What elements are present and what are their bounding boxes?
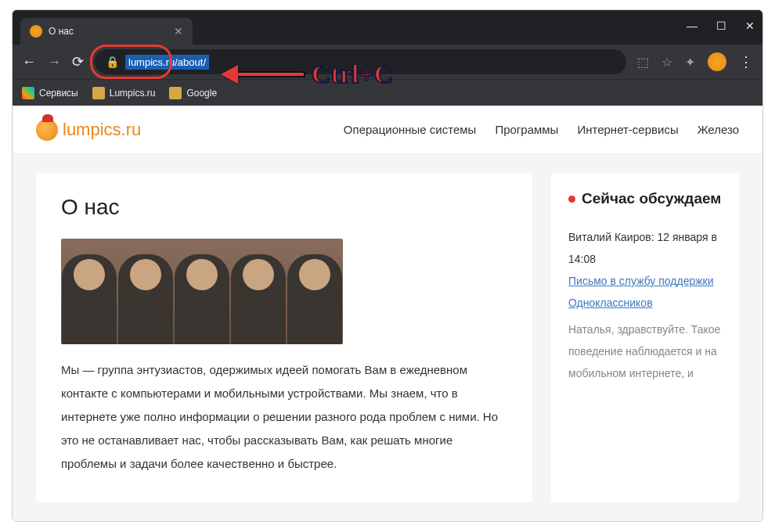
live-dot-icon — [568, 196, 575, 203]
site-header: lumpics.ru Операционные системы Программ… — [13, 106, 762, 154]
article-body: Мы — группа энтузиастов, одержимых идеей… — [61, 358, 507, 476]
comment-link[interactable]: Письмо в службу поддержки Одноклассников — [568, 270, 722, 314]
favicon-icon — [30, 25, 42, 38]
titlebar: О нас ✕ — ☐ ✕ — [13, 10, 762, 45]
reload-icon[interactable]: ⟳ — [72, 53, 84, 70]
nav-os[interactable]: Операционные системы — [344, 123, 477, 136]
apps-icon — [22, 87, 34, 99]
minimize-icon[interactable]: — — [687, 20, 698, 32]
logo-text: lumpics.ru — [63, 120, 141, 140]
site-logo[interactable]: lumpics.ru — [36, 119, 141, 141]
lock-icon: 🔒 — [106, 56, 119, 68]
tab-title: О нас — [49, 26, 168, 37]
logo-icon — [36, 119, 58, 141]
toolbar: ← → ⟳ 🔒 lumpics.ru/about/ ⬚ ☆ ✦ ⋮ — [13, 45, 762, 79]
sidebar-heading-text: Сейчас обсуждаем — [582, 190, 721, 207]
bookmark-apps[interactable]: Сервисы — [22, 87, 78, 99]
nav-services[interactable]: Интернет-сервисы — [577, 123, 678, 136]
browser-window: О нас ✕ — ☐ ✕ ← → ⟳ 🔒 lumpics.ru/about/ … — [12, 9, 763, 522]
window-controls: — ☐ ✕ — [687, 20, 755, 32]
forward-icon[interactable]: → — [47, 54, 61, 70]
address-bar[interactable]: 🔒 lumpics.ru/about/ — [95, 49, 626, 74]
bookmark-google[interactable]: Google — [169, 87, 217, 99]
site-nav: Операционные системы Программы Интернет-… — [344, 123, 739, 136]
close-icon[interactable]: ✕ — [174, 25, 183, 38]
back-icon[interactable]: ← — [22, 54, 36, 70]
bookmark-label: Сервисы — [39, 88, 78, 99]
main-area: О нас Мы — группа энтузиастов, одержимых… — [13, 154, 762, 521]
bookmarks-bar: Сервисы Lumpics.ru Google — [13, 79, 762, 106]
page-title: О нас — [61, 195, 507, 220]
page-content: lumpics.ru Операционные системы Программ… — [13, 106, 762, 521]
close-window-icon[interactable]: ✕ — [745, 20, 755, 32]
nav-programs[interactable]: Программы — [495, 123, 558, 136]
maximize-icon[interactable]: ☐ — [716, 20, 726, 32]
toolbar-right: ⬚ ☆ ✦ ⋮ — [637, 52, 753, 71]
team-photo — [61, 239, 343, 344]
folder-icon — [169, 87, 182, 99]
article: О нас Мы — группа энтузиастов, одержимых… — [36, 173, 532, 502]
bookmark-label: Lumpics.ru — [110, 88, 156, 99]
sidebar: Сейчас обсуждаем Виталий Каиров: 12 янва… — [551, 173, 739, 502]
cast-icon[interactable]: ⬚ — [637, 55, 649, 70]
extensions-icon[interactable]: ✦ — [685, 55, 695, 70]
menu-icon[interactable]: ⋮ — [739, 53, 753, 70]
browser-tab[interactable]: О нас ✕ — [20, 18, 193, 45]
url-text[interactable]: lumpics.ru/about/ — [125, 55, 209, 70]
comment-author: Виталий Каиров: 12 января в 14:08 — [568, 226, 722, 270]
profile-avatar-icon[interactable] — [708, 52, 726, 71]
comment-body: Наталья, здравствуйте. Такое поведение н… — [568, 318, 722, 384]
nav-hardware[interactable]: Железо — [698, 123, 739, 136]
bookmark-lumpics[interactable]: Lumpics.ru — [92, 87, 156, 99]
sidebar-heading: Сейчас обсуждаем — [568, 190, 722, 207]
bookmark-label: Google — [186, 88, 217, 99]
folder-icon — [92, 87, 105, 99]
bookmark-star-icon[interactable]: ☆ — [661, 55, 672, 70]
